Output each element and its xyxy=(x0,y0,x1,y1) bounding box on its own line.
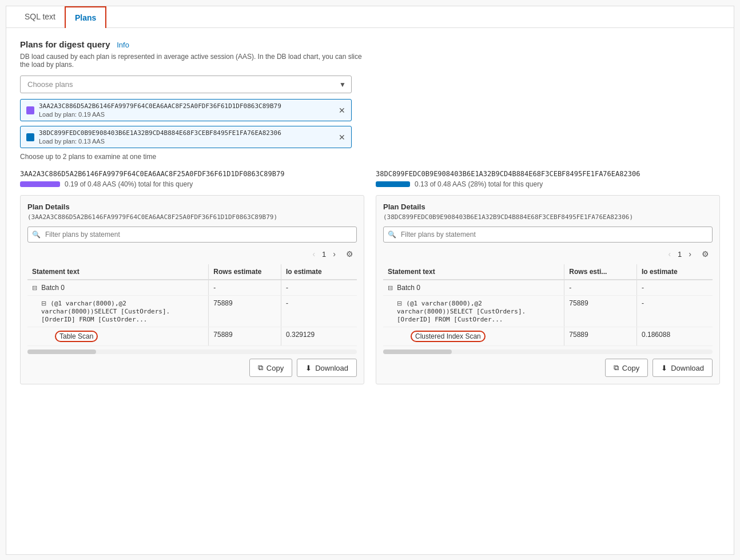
expand-icon[interactable]: ⊟ xyxy=(397,300,402,307)
plan-right-col-rows: Rows esti... xyxy=(564,264,637,280)
plan-right-details-hash: (38DC899FEDC0B9E908403B6E1A32B9CD4B884E6… xyxy=(383,213,713,221)
plan-left-details-box: Plan Details (3AA2A3C886D5A2B6146FA9979F… xyxy=(20,195,364,384)
plan-left-copy-button[interactable]: ⧉ Copy xyxy=(249,359,292,377)
table-row: ⊟ (@1 varchar(8000),@2 varchar(8000))SEL… xyxy=(27,296,357,327)
plan-column-right: 38DC899FEDC0B9E908403B6E1A32B9CD4B884E68… xyxy=(376,170,720,384)
plan-right-details-box: Plan Details (38DC899FEDC0B9E908403B6E1A… xyxy=(376,195,720,384)
choose-limit-text: Choose up to 2 plans to examine at one t… xyxy=(20,153,720,161)
plan-tag-2: 38DC899FEDC0B9E908403B6E1A32B9CD4B884E68… xyxy=(20,126,352,148)
plan-left-hash: 3AA2A3C886D5A2B6146FA9979F64C0EA6AAC8F25… xyxy=(20,170,364,178)
plan-left-details-title: Plan Details xyxy=(27,202,357,211)
plan-left-filter-input[interactable] xyxy=(27,227,357,243)
plan-right-aas-bar xyxy=(376,181,410,187)
plan-tag-1: 3AA2A3C886D5A2B6146FA9979F64C0EA6AAC8F25… xyxy=(20,99,352,121)
table-row: ⊟ (@1 varchar(8000),@2 varchar(8000))SEL… xyxy=(383,296,713,327)
plan-right-prev-btn[interactable]: ‹ xyxy=(665,248,674,260)
plan-left-scroll-thumb xyxy=(27,349,96,354)
plan-left-actions: ⧉ Copy ⬇ Download xyxy=(27,359,357,377)
plan-left-prev-btn[interactable]: ‹ xyxy=(309,248,319,260)
plan-right-aas-text: 0.13 of 0.48 AAS (28%) total for this qu… xyxy=(415,180,543,188)
plan-right-table: Statement text Rows esti... Io estimate xyxy=(383,264,713,346)
plan-left-col-stmt: Statement text xyxy=(27,264,209,280)
plan-left-page-num: 1 xyxy=(322,250,326,259)
plan-right-filter-wrapper: 🔍 xyxy=(383,227,713,243)
plan-right-filter-input[interactable] xyxy=(383,227,713,243)
download-icon: ⬇ xyxy=(305,364,312,372)
plan-tag-2-hash: 38DC899FEDC0B9E908403B6E1A32B9CD4B884E68… xyxy=(39,129,334,137)
table-scan-label: Table Scan xyxy=(55,331,98,342)
plan-left-next-btn[interactable]: › xyxy=(329,248,339,260)
plan-right-next-btn[interactable]: › xyxy=(685,248,695,260)
plan-left-aas-row: 0.19 of 0.48 AAS (40%) total for this qu… xyxy=(20,180,364,188)
plan-tag-1-color xyxy=(26,106,34,114)
plan-tag-1-close[interactable]: ✕ xyxy=(339,106,345,115)
plan-left-table: Statement text Rows estimate Io estimate xyxy=(27,264,357,346)
table-row: ⊟ Batch 0 - - xyxy=(383,280,713,296)
plan-left-aas-text: 0.19 of 0.48 AAS (40%) total for this qu… xyxy=(65,180,193,188)
plan-left-scrollbar[interactable] xyxy=(27,349,357,354)
plan-right-download-button[interactable]: ⬇ Download xyxy=(653,359,713,377)
plan-left-col-io: Io estimate xyxy=(281,264,357,280)
clustered-index-scan-label: Clustered Index Scan xyxy=(411,331,486,342)
plan-right-page-num: 1 xyxy=(678,250,682,259)
info-link[interactable]: Info xyxy=(117,41,129,49)
table-row: Clustered Index Scan 75889 0.186088 xyxy=(383,327,713,346)
plan-tag-2-close[interactable]: ✕ xyxy=(339,133,345,142)
plan-left-aas-bar xyxy=(20,181,60,187)
plan-left-details-hash: (3AA2A3C886D5A2B6146FA9979F64C0EA6AAC8F2… xyxy=(27,213,357,221)
plan-right-hash: 38DC899FEDC0B9E908403B6E1A32B9CD4B884E68… xyxy=(376,170,720,178)
plan-right-col-io: Io estimate xyxy=(637,264,713,280)
tab-bar: SQL text Plans xyxy=(6,6,734,28)
plan-left-search-icon: 🔍 xyxy=(32,231,41,239)
plan-right-actions: ⧉ Copy ⬇ Download xyxy=(383,359,713,377)
plan-right-scroll-thumb xyxy=(383,349,452,354)
plan-left-filter-wrapper: 🔍 xyxy=(27,227,357,243)
plans-columns: 3AA2A3C886D5A2B6146FA9979F64C0EA6AAC8F25… xyxy=(20,170,720,384)
plan-right-scrollbar[interactable] xyxy=(383,349,713,354)
choose-plans-dropdown-wrapper: Choose plans ▼ xyxy=(20,76,352,93)
plan-column-left: 3AA2A3C886D5A2B6146FA9979F64C0EA6AAC8F25… xyxy=(20,170,364,384)
plan-right-col-stmt: Statement text xyxy=(383,264,564,280)
plan-right-pagination: ‹ 1 › ⚙ xyxy=(383,248,713,260)
tab-plans[interactable]: Plans xyxy=(65,6,106,28)
expand-icon[interactable]: ⊟ xyxy=(41,300,46,307)
section-header: Plans for digest query Info xyxy=(20,39,720,49)
section-title: Plans for digest query xyxy=(20,39,110,49)
section-desc: DB load caused by each plan is represent… xyxy=(20,53,720,69)
plan-right-gear-btn[interactable]: ⚙ xyxy=(698,248,713,260)
plan-tag-1-load: Load by plan: 0.19 AAS xyxy=(39,111,334,118)
choose-plans-dropdown[interactable]: Choose plans xyxy=(20,76,352,93)
plan-tag-2-color xyxy=(26,133,34,141)
plan-tag-2-load: Load by plan: 0.13 AAS xyxy=(39,138,334,145)
plan-left-pagination: ‹ 1 › ⚙ xyxy=(27,248,357,260)
main-content: Plans for digest query Info DB load caus… xyxy=(6,28,734,396)
plan-right-details-title: Plan Details xyxy=(383,202,713,211)
table-row: Table Scan 75889 0.329129 xyxy=(27,327,357,346)
plan-right-aas-row: 0.13 of 0.48 AAS (28%) total for this qu… xyxy=(376,180,720,188)
plan-left-col-rows: Rows estimate xyxy=(209,264,281,280)
download-icon: ⬇ xyxy=(661,364,667,372)
plan-right-copy-button[interactable]: ⧉ Copy xyxy=(605,359,648,377)
expand-icon[interactable]: ⊟ xyxy=(32,284,37,291)
table-row: ⊟ Batch 0 - - xyxy=(27,280,357,296)
copy-icon: ⧉ xyxy=(614,363,619,372)
plan-left-download-button[interactable]: ⬇ Download xyxy=(297,359,357,377)
plan-right-search-icon: 🔍 xyxy=(388,231,396,239)
tab-sql-text[interactable]: SQL text xyxy=(15,6,65,28)
copy-icon: ⧉ xyxy=(258,363,263,372)
expand-icon[interactable]: ⊟ xyxy=(388,284,393,291)
plan-left-gear-btn[interactable]: ⚙ xyxy=(343,248,357,260)
plan-tag-1-hash: 3AA2A3C886D5A2B6146FA9979F64C0EA6AAC8F25… xyxy=(39,102,334,110)
